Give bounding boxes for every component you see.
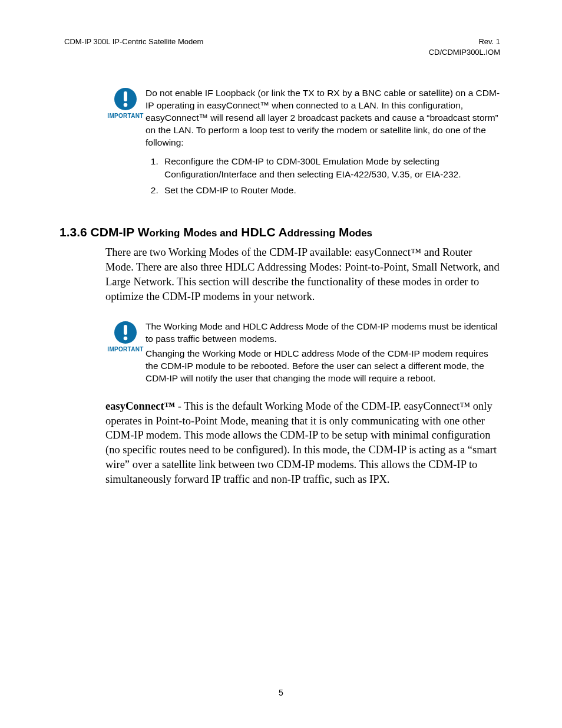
header-right: Rev. 1 CD/CDMIP300L.IOM: [429, 37, 500, 58]
svg-point-5: [124, 337, 128, 341]
important-label: IMPORTANT: [105, 112, 146, 120]
page-header: CDM-IP 300L IP-Centric Satellite Modem R…: [64, 37, 500, 58]
svg-rect-4: [124, 325, 127, 335]
list-item: Reconfigure the CDM-IP to CDM-300L Emula…: [161, 155, 500, 180]
important-icon: IMPORTANT: [105, 87, 146, 200]
page: CDM-IP 300L IP-Centric Satellite Modem R…: [0, 0, 562, 728]
important-icon: IMPORTANT: [105, 321, 146, 385]
easyconnect-term: easyConnect™: [105, 400, 175, 412]
note2-p2: Changing the Working Mode or HDLC addres…: [146, 348, 500, 385]
list-item: Set the CDM-IP to Router Mode.: [161, 184, 500, 197]
important-note-2: IMPORTANT The Working Mode and HDLC Addr…: [105, 321, 500, 385]
note2-p1: The Working Mode and HDLC Address Mode o…: [146, 321, 500, 345]
header-left: CDM-IP 300L IP-Centric Satellite Modem: [64, 37, 203, 58]
note-text-block: The Working Mode and HDLC Address Mode o…: [146, 321, 500, 385]
note-text-block: Do not enable IF Loopback (or link the T…: [146, 87, 500, 200]
note1-list: Reconfigure the CDM-IP to CDM-300L Emula…: [146, 155, 500, 197]
section-heading: 1.3.6 CDM-IP Working Modes and HDLC Addr…: [59, 225, 500, 239]
important-note-1: IMPORTANT Do not enable IF Loopback (or …: [105, 87, 500, 200]
page-number: 5: [0, 688, 562, 697]
section-number: 1.3.6: [59, 225, 87, 239]
svg-rect-1: [124, 91, 127, 101]
easyconnect-desc: - This is the default Working Mode of th…: [105, 400, 497, 486]
svg-point-2: [124, 103, 128, 107]
important-label: IMPORTANT: [105, 345, 146, 354]
intro-paragraph: There are two Working Modes of the CDM-I…: [105, 245, 500, 304]
note1-body: Do not enable IF Loopback (or link the T…: [146, 87, 500, 149]
easyconnect-paragraph: easyConnect™ - This is the default Worki…: [105, 399, 500, 487]
header-doc-id: CD/CDMIP300L.IOM: [429, 47, 500, 58]
header-rev: Rev. 1: [429, 37, 500, 47]
